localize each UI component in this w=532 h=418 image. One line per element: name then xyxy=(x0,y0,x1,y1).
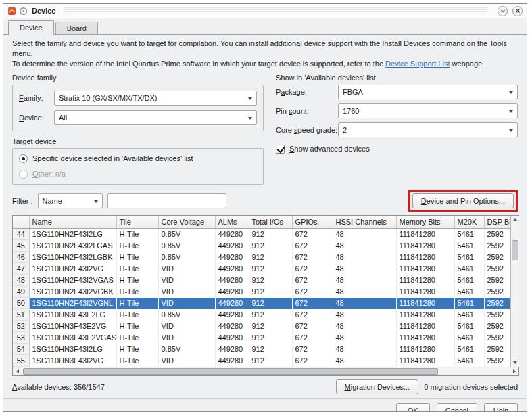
cell-name[interactable]: 1SG110HN2F43I2VG xyxy=(29,263,116,275)
cell-alms[interactable]: 449280 xyxy=(215,240,249,252)
core-speed-select[interactable]: 2 xyxy=(338,122,518,137)
cell-name[interactable]: 1SG110HN2F43I2VGNL xyxy=(29,298,116,309)
cell-alms[interactable]: 449280 xyxy=(215,309,249,321)
cell-alms[interactable]: 449280 xyxy=(215,332,249,344)
cell-tile[interactable]: H-Tile xyxy=(116,298,158,309)
cell-total-ios[interactable]: 912 xyxy=(249,240,292,252)
row-number[interactable]: 48 xyxy=(13,275,29,286)
family-select[interactable]: Stratix 10 (GX/SX/MX/TX/DX) xyxy=(54,91,257,106)
row-number[interactable]: 51 xyxy=(13,309,29,321)
cell-name[interactable]: 1SG110HN3F43E2VG xyxy=(29,321,116,332)
row-number[interactable]: 44 xyxy=(13,229,29,240)
column-header[interactable]: HSSI Channels xyxy=(333,216,396,229)
tab-device[interactable]: Device xyxy=(8,20,54,35)
cell-memory-bits[interactable]: 111841280 xyxy=(396,229,454,240)
cell-m20k[interactable]: 5461 xyxy=(454,275,484,286)
cell-memory-bits[interactable]: 111841280 xyxy=(396,298,454,309)
cell-gpios[interactable]: 672 xyxy=(292,344,333,355)
cell-m20k[interactable]: 5461 xyxy=(454,344,484,355)
cell-gpios[interactable]: 672 xyxy=(292,229,333,240)
cell-name[interactable]: 1SG110HN3F43E2VGAS xyxy=(29,332,116,344)
cell-tile[interactable]: H-Tile xyxy=(116,229,158,240)
cell-alms[interactable]: 449280 xyxy=(215,344,249,355)
cell-m20k[interactable]: 5461 xyxy=(454,355,484,367)
cell-alms[interactable]: 449280 xyxy=(215,321,249,332)
cell-m20k[interactable]: 5461 xyxy=(454,298,484,309)
cell-m20k[interactable]: 5461 xyxy=(454,332,484,344)
cell-gpios[interactable]: 672 xyxy=(292,298,333,309)
cell-gpios[interactable]: 672 xyxy=(292,275,333,286)
row-number[interactable]: 47 xyxy=(13,263,29,275)
table-row[interactable]: 521SG110HN3F43E2VGH-TileVID4492809126724… xyxy=(13,321,510,332)
cell-gpios[interactable]: 672 xyxy=(292,286,333,298)
cell-dsp-blocks[interactable]: 2592 xyxy=(484,321,510,332)
column-header[interactable]: DSP Bl xyxy=(484,216,510,229)
cell-m20k[interactable]: 5461 xyxy=(454,286,484,298)
row-number[interactable]: 52 xyxy=(13,321,29,332)
vertical-scrollbar[interactable] xyxy=(510,216,519,367)
package-select[interactable]: FBGA xyxy=(338,85,518,99)
cell-hssi-channels[interactable]: 48 xyxy=(333,355,396,367)
row-number[interactable]: 55 xyxy=(13,355,29,367)
cell-total-ios[interactable]: 912 xyxy=(249,309,292,321)
cell-total-ios[interactable]: 912 xyxy=(249,263,292,275)
cell-memory-bits[interactable]: 111841280 xyxy=(396,309,454,321)
cell-dsp-blocks[interactable]: 2592 xyxy=(484,240,510,252)
cell-total-ios[interactable]: 912 xyxy=(249,355,292,367)
cell-dsp-blocks[interactable]: 2592 xyxy=(484,263,510,275)
titlebar[interactable]: Device xyxy=(3,4,527,18)
filter-input[interactable] xyxy=(107,193,226,208)
scroll-left-icon[interactable] xyxy=(13,367,22,375)
cell-core-voltage[interactable]: VID xyxy=(158,275,215,286)
cell-core-voltage[interactable]: VID xyxy=(158,286,215,298)
cell-m20k[interactable]: 5461 xyxy=(454,263,484,275)
table-row[interactable]: 481SG110HN2F43I2VGASH-TileVID44928091267… xyxy=(13,275,510,286)
help-button[interactable]: Help xyxy=(484,403,518,412)
column-header[interactable]: Core Voltage xyxy=(158,216,215,229)
cell-name[interactable]: 1SG110HN3F43E2LG xyxy=(29,309,116,321)
cell-core-voltage[interactable]: 0.85V xyxy=(158,252,215,263)
cell-alms[interactable]: 449280 xyxy=(215,355,249,367)
column-header[interactable]: ALMs xyxy=(215,216,249,229)
cell-tile[interactable]: H-Tile xyxy=(116,275,158,286)
row-number[interactable]: 46 xyxy=(13,252,29,263)
show-advanced-checkbox[interactable]: Show advanced devices xyxy=(276,145,518,154)
table-row[interactable]: 461SG110HN2F43I2LGBKH-Tile0.85V449280912… xyxy=(13,252,510,263)
cell-hssi-channels[interactable]: 48 xyxy=(333,344,396,355)
cell-dsp-blocks[interactable]: 2592 xyxy=(484,275,510,286)
row-number[interactable]: 53 xyxy=(13,332,29,344)
table-row[interactable]: 471SG110HN2F43I2VGH-TileVID4492809126724… xyxy=(13,263,510,275)
cell-hssi-channels[interactable]: 48 xyxy=(333,286,396,298)
specific-device-radio[interactable]: Specific device selected in 'Available d… xyxy=(19,154,257,163)
cell-dsp-blocks[interactable]: 2592 xyxy=(484,252,510,263)
row-number[interactable]: 54 xyxy=(13,344,29,355)
cell-alms[interactable]: 449280 xyxy=(215,229,249,240)
table-row[interactable]: 501SG110HN2F43I2VGNLH-TileVID44928091267… xyxy=(13,298,510,309)
cell-memory-bits[interactable]: 111841280 xyxy=(396,252,454,263)
row-number[interactable]: 49 xyxy=(13,286,29,298)
cell-memory-bits[interactable]: 111841280 xyxy=(396,240,454,252)
cell-tile[interactable]: H-Tile xyxy=(116,321,158,332)
cell-alms[interactable]: 449280 xyxy=(215,263,249,275)
column-header[interactable]: Name xyxy=(29,216,116,229)
scroll-right-icon[interactable] xyxy=(510,367,518,375)
column-header[interactable]: GPIOs xyxy=(292,216,333,229)
cell-m20k[interactable]: 5461 xyxy=(454,309,484,321)
cell-gpios[interactable]: 672 xyxy=(292,309,333,321)
cell-dsp-blocks[interactable]: 2592 xyxy=(484,309,510,321)
cell-memory-bits[interactable]: 111841280 xyxy=(396,263,454,275)
cell-hssi-channels[interactable]: 48 xyxy=(333,321,396,332)
table-row[interactable]: 511SG110HN3F43E2LGH-Tile0.85V44928091267… xyxy=(13,309,510,321)
cell-core-voltage[interactable]: 0.85V xyxy=(158,344,215,355)
horizontal-scrollbar-track[interactable] xyxy=(22,367,510,375)
minimize-button[interactable] xyxy=(498,6,508,16)
cell-gpios[interactable]: 672 xyxy=(292,355,333,367)
cell-hssi-channels[interactable]: 48 xyxy=(333,332,396,344)
cell-tile[interactable]: H-Tile xyxy=(116,263,158,275)
column-header[interactable]: M20K xyxy=(454,216,484,229)
cell-tile[interactable]: H-Tile xyxy=(116,240,158,252)
cell-dsp-blocks[interactable]: 2592 xyxy=(484,298,510,309)
cell-core-voltage[interactable]: 0.85V xyxy=(158,229,215,240)
row-number[interactable]: 50 xyxy=(13,298,29,309)
cell-total-ios[interactable]: 912 xyxy=(249,286,292,298)
